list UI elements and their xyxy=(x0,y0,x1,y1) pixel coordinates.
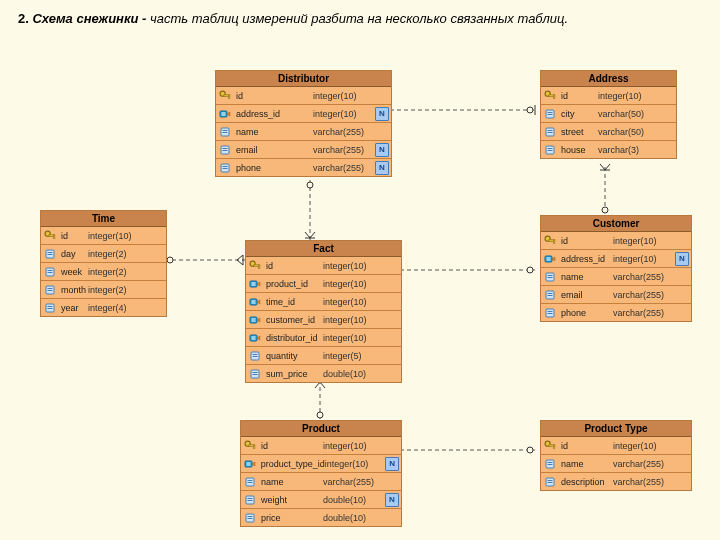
table-row[interactable]: distributor_idinteger(10)N xyxy=(246,329,401,347)
column-type: integer(2) xyxy=(88,285,148,295)
key-icon xyxy=(243,439,257,453)
column-type: integer(10) xyxy=(325,459,384,469)
not-null-badge: N xyxy=(375,161,389,175)
table-row[interactable]: time_idinteger(10)N xyxy=(246,293,401,311)
column-type: varchar(255) xyxy=(613,459,673,469)
svg-rect-28 xyxy=(223,168,228,169)
table-row[interactable]: monthinteger(2)N xyxy=(41,281,166,299)
key-icon xyxy=(248,259,262,273)
table-row[interactable]: namevarchar(255)N xyxy=(541,268,691,286)
table-row[interactable]: address_idinteger(10)N xyxy=(216,105,391,123)
table-row[interactable]: cityvarchar(50)N xyxy=(541,105,676,123)
table-customer[interactable]: Customeridinteger(10)Naddress_idinteger(… xyxy=(540,215,692,322)
table-row[interactable]: housevarchar(3)N xyxy=(541,141,676,158)
table-row[interactable]: namevarchar(255)N xyxy=(541,455,691,473)
table-row[interactable]: address_idinteger(10)N xyxy=(541,250,691,268)
table-fact[interactable]: Factidinteger(10)Nproduct_idinteger(10)N… xyxy=(245,240,402,383)
table-row[interactable]: dayinteger(2)N xyxy=(41,245,166,263)
column-icon xyxy=(218,161,232,175)
table-row[interactable]: customer_idinteger(10)N xyxy=(246,311,401,329)
not-null-badge: N xyxy=(675,252,689,266)
svg-rect-18 xyxy=(222,112,226,113)
column-name: sum_price xyxy=(264,369,323,379)
column-icon xyxy=(218,125,232,139)
svg-rect-51 xyxy=(48,288,53,289)
svg-point-9 xyxy=(527,267,533,273)
column-name: product_id xyxy=(264,279,323,289)
table-row[interactable]: idinteger(10)N xyxy=(41,227,166,245)
column-type: double(10) xyxy=(323,369,383,379)
table-row[interactable]: streetvarchar(50)N xyxy=(541,123,676,141)
svg-rect-77 xyxy=(250,299,257,305)
table-row[interactable]: product_type_idinteger(10)N xyxy=(241,455,401,473)
table-row[interactable]: emailvarchar(255)N xyxy=(541,286,691,304)
svg-rect-91 xyxy=(253,374,258,375)
table-row[interactable]: phonevarchar(255)N xyxy=(216,159,391,176)
svg-rect-100 xyxy=(248,482,253,483)
svg-rect-82 xyxy=(252,320,256,321)
column-type: varchar(255) xyxy=(613,272,673,282)
table-row[interactable]: product_idinteger(10)N xyxy=(246,275,401,293)
table-row[interactable]: pricedouble(10)N xyxy=(241,509,401,526)
table-row[interactable]: weekinteger(2)N xyxy=(41,263,166,281)
table-distributor[interactable]: Distributoridinteger(10)Naddress_idinteg… xyxy=(215,70,392,177)
table-header: Time xyxy=(41,211,166,227)
table-address[interactable]: Addressidinteger(10)Ncityvarchar(50)Nstr… xyxy=(540,70,677,159)
column-icon xyxy=(543,125,557,139)
svg-rect-85 xyxy=(252,338,256,339)
column-icon xyxy=(243,511,257,525)
svg-rect-67 xyxy=(548,295,553,296)
column-name: phone xyxy=(559,308,613,318)
foreign-key-icon xyxy=(248,295,262,309)
not-null-badge: N xyxy=(385,457,399,471)
svg-rect-84 xyxy=(252,336,256,337)
table-row[interactable]: namevarchar(255)N xyxy=(216,123,391,141)
column-type: varchar(255) xyxy=(313,145,373,155)
table-row[interactable]: idinteger(10)N xyxy=(241,437,401,455)
column-type: varchar(3) xyxy=(598,145,658,155)
table-row[interactable]: idinteger(10)N xyxy=(216,87,391,105)
column-type: integer(4) xyxy=(88,303,148,313)
table-time[interactable]: Timeidinteger(10)Ndayinteger(2)Nweekinte… xyxy=(40,210,167,317)
column-type: varchar(255) xyxy=(613,290,673,300)
svg-rect-63 xyxy=(548,275,553,276)
table-row[interactable]: emailvarchar(255)N xyxy=(216,141,391,159)
svg-rect-37 xyxy=(548,132,553,133)
svg-rect-109 xyxy=(554,444,555,448)
svg-rect-21 xyxy=(223,130,228,131)
table-row[interactable]: phonevarchar(255)N xyxy=(541,304,691,321)
table-product-type[interactable]: Product Typeidinteger(10)Nnamevarchar(25… xyxy=(540,420,692,491)
table-row[interactable]: idinteger(10)N xyxy=(541,437,691,455)
column-name: product_type_id xyxy=(259,459,325,469)
foreign-key-icon xyxy=(248,277,262,291)
svg-rect-66 xyxy=(548,293,553,294)
column-icon xyxy=(248,367,262,381)
column-type: varchar(50) xyxy=(598,127,658,137)
column-name: name xyxy=(234,127,313,137)
svg-point-13 xyxy=(527,447,533,453)
column-name: distributor_id xyxy=(264,333,323,343)
table-row[interactable]: weightdouble(10)N xyxy=(241,491,401,509)
svg-point-5 xyxy=(167,257,173,263)
column-type: integer(10) xyxy=(313,109,373,119)
column-name: quantity xyxy=(264,351,323,361)
column-type: integer(2) xyxy=(88,267,148,277)
foreign-key-icon xyxy=(243,457,257,471)
table-row[interactable]: idinteger(10)N xyxy=(541,87,676,105)
table-product[interactable]: Productidinteger(10)Nproduct_type_idinte… xyxy=(240,420,402,527)
column-name: id xyxy=(259,441,323,451)
svg-rect-33 xyxy=(548,112,553,113)
table-row[interactable]: yearinteger(4)N xyxy=(41,299,166,316)
column-type: varchar(255) xyxy=(313,127,373,137)
table-row[interactable]: quantityinteger(5)N xyxy=(246,347,401,365)
svg-rect-43 xyxy=(54,234,55,238)
table-row[interactable]: idinteger(10)N xyxy=(246,257,401,275)
foreign-key-icon xyxy=(248,331,262,345)
column-icon xyxy=(543,457,557,471)
table-row[interactable]: sum_pricedouble(10)N xyxy=(246,365,401,382)
table-row[interactable]: namevarchar(255)N xyxy=(241,473,401,491)
table-row[interactable]: descriptionvarchar(255)N xyxy=(541,473,691,490)
table-row[interactable]: idinteger(10)N xyxy=(541,232,691,250)
svg-rect-90 xyxy=(253,372,258,373)
column-name: name xyxy=(259,477,323,487)
